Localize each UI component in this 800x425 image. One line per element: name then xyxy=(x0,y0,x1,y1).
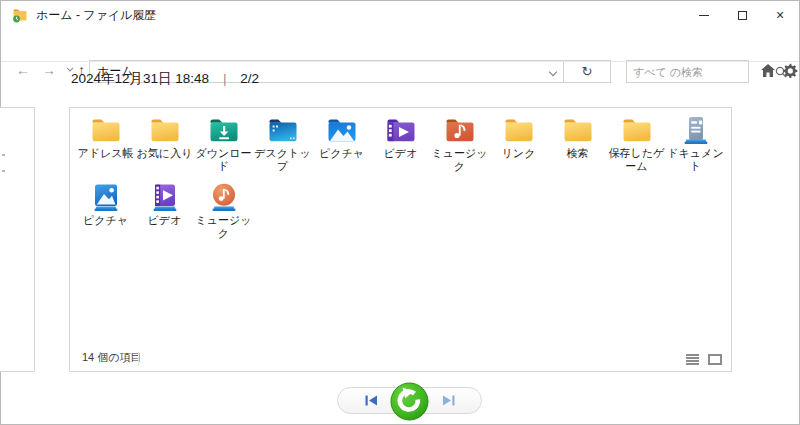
folder-videos-icon xyxy=(385,114,417,146)
file-item[interactable]: ミュージック xyxy=(194,181,253,240)
window-controls: × xyxy=(685,1,799,29)
file-history-window: ホーム - ファイル履歴 × ← → ↑ ↻ xyxy=(0,0,800,425)
version-page-indicator: 2/2 xyxy=(240,71,259,86)
file-item-label: ピクチャ xyxy=(312,147,371,160)
version-header: 2024年12月31日 18:48 | 2/2 xyxy=(71,70,259,88)
home-icon xyxy=(760,63,776,78)
maximize-button[interactable] xyxy=(723,1,761,29)
file-item-label: ミュージック xyxy=(430,147,489,173)
file-item[interactable]: ビデオ xyxy=(135,181,194,240)
file-item-label: ビデオ xyxy=(371,147,430,160)
folder-yellow-icon xyxy=(621,114,653,146)
version-navigation xyxy=(337,387,482,414)
file-item[interactable]: ダウンロード xyxy=(194,114,253,178)
clipped-content-fragment xyxy=(2,154,5,156)
folder-download-icon xyxy=(208,114,240,146)
toolbar-separator xyxy=(1,61,799,62)
file-item[interactable]: アドレス帳 xyxy=(76,114,135,178)
minimize-button[interactable] xyxy=(685,1,723,29)
library-music-icon xyxy=(208,181,240,213)
file-item-label: お気に入り xyxy=(135,147,194,160)
file-item-label: デスクトップ xyxy=(253,147,312,173)
version-datetime: 2024年12月31日 18:48 xyxy=(71,71,209,86)
folder-yellow-icon xyxy=(149,114,181,146)
restore-icon xyxy=(390,382,429,421)
forward-button[interactable]: → xyxy=(42,62,56,78)
file-item-label: 検索 xyxy=(548,147,607,160)
close-icon: × xyxy=(776,8,784,22)
file-item[interactable]: リンク xyxy=(489,114,548,178)
folder-pictures-icon xyxy=(326,114,358,146)
search-input[interactable] xyxy=(627,66,775,78)
file-item-label: ダウンロード xyxy=(194,147,253,173)
header-separator: | xyxy=(223,71,227,86)
file-item-label: リンク xyxy=(489,147,548,160)
file-item-label: ビデオ xyxy=(135,214,194,227)
address-dropdown-chevron-icon[interactable] xyxy=(549,67,557,75)
file-item-label: ミュージック xyxy=(194,214,253,240)
folder-yellow-icon xyxy=(90,114,122,146)
close-button[interactable]: × xyxy=(761,1,799,29)
file-item-label: ドキュメント xyxy=(666,147,725,173)
refresh-button[interactable]: ↻ xyxy=(563,60,611,83)
file-item-label: ピクチャ xyxy=(76,214,135,227)
settings-button[interactable] xyxy=(782,63,798,83)
restore-button[interactable] xyxy=(390,382,429,421)
library-documents-icon xyxy=(680,114,712,146)
home-button[interactable] xyxy=(760,63,776,82)
panel-status-bar: 14 個の項目 xyxy=(70,347,731,371)
gear-icon xyxy=(782,63,798,79)
folder-music-icon xyxy=(444,114,476,146)
folder-yellow-icon xyxy=(562,114,594,146)
file-item-label: アドレス帳 xyxy=(76,147,135,160)
file-grid: アドレス帳お気に入り ダウンロード デスクトップ ピクチャ ビデオ ミュージック… xyxy=(70,108,731,240)
current-version-panel: アドレス帳お気に入り ダウンロード デスクトップ ピクチャ ビデオ ミュージック… xyxy=(69,107,732,372)
file-item[interactable]: お気に入り xyxy=(135,114,194,178)
thumbnail-view-icon[interactable] xyxy=(708,354,722,365)
file-item[interactable]: ドキュメント xyxy=(666,114,725,178)
minimize-icon xyxy=(699,15,709,16)
file-item-label: 保存したゲーム xyxy=(607,147,666,173)
file-history-app-icon xyxy=(12,7,28,23)
window-title: ホーム - ファイル履歴 xyxy=(36,7,156,24)
next-version-icon xyxy=(442,395,455,406)
library-videos-icon xyxy=(149,181,181,213)
title-bar: ホーム - ファイル履歴 × xyxy=(1,1,799,29)
maximize-icon xyxy=(738,11,747,20)
navigation-toolbar: ← → ↑ ↻ xyxy=(1,29,799,61)
back-button[interactable]: ← xyxy=(16,62,30,78)
list-view-icon[interactable] xyxy=(686,354,699,365)
file-item[interactable]: デスクトップ xyxy=(253,114,312,178)
file-row: アドレス帳お気に入り ダウンロード デスクトップ ピクチャ ビデオ ミュージック… xyxy=(76,114,725,178)
status-divider xyxy=(138,352,139,366)
item-count-label: 14 個の項目 xyxy=(82,350,142,365)
previous-version-panel xyxy=(0,107,35,372)
folder-yellow-icon xyxy=(503,114,535,146)
file-row: ピクチャ ビデオ ミュージック xyxy=(76,181,725,240)
file-item[interactable]: 保存したゲーム xyxy=(607,114,666,178)
library-pictures-icon xyxy=(90,181,122,213)
previous-version-icon xyxy=(365,395,378,406)
file-item[interactable]: ビデオ xyxy=(371,114,430,178)
file-item[interactable]: ピクチャ xyxy=(312,114,371,178)
clipped-content-fragment xyxy=(2,170,5,172)
file-item[interactable]: 検索 xyxy=(548,114,607,178)
folder-desktop-icon xyxy=(267,114,299,146)
file-item[interactable]: ミュージック xyxy=(430,114,489,178)
search-box xyxy=(626,60,749,83)
file-item[interactable]: ピクチャ xyxy=(76,181,135,240)
